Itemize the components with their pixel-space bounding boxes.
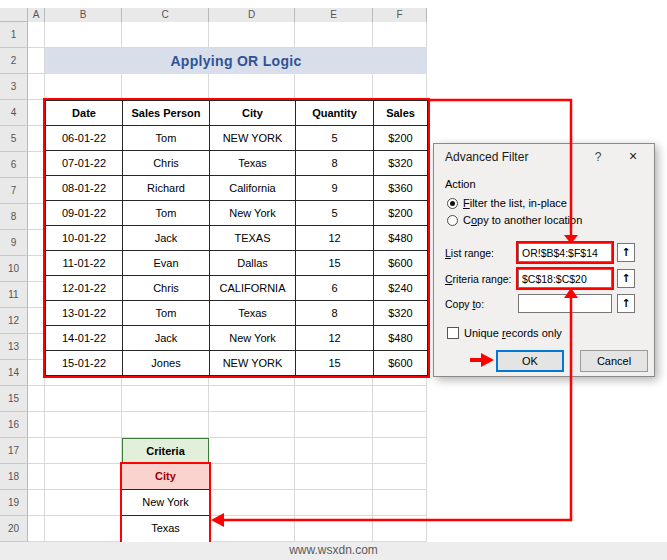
table-header-cell[interactable]: Quantity	[296, 101, 374, 126]
row-header-4[interactable]: 4	[0, 100, 28, 126]
criteria-range-collapse-button[interactable]: ↑	[617, 269, 635, 288]
table-cell[interactable]: Tom	[123, 126, 210, 151]
table-cell[interactable]: NEW YORK	[210, 126, 296, 151]
table-cell[interactable]: 10-01-22	[46, 226, 123, 251]
ok-button[interactable]: OK	[496, 350, 564, 372]
table-cell[interactable]: $320	[374, 151, 428, 176]
row-header-13[interactable]: 13	[0, 334, 28, 360]
radio-copy-to-location-label[interactable]: Copy to another location	[463, 214, 582, 226]
column-header-c[interactable]: C	[122, 8, 209, 22]
list-range-collapse-button[interactable]: ↑	[617, 243, 635, 262]
table-cell[interactable]: 5	[296, 126, 374, 151]
table-cell[interactable]: 8	[296, 301, 374, 326]
unique-records-checkbox[interactable]	[447, 327, 459, 339]
table-cell[interactable]: 6	[296, 276, 374, 301]
table-cell[interactable]: Jack	[123, 326, 210, 351]
column-header-d[interactable]: D	[209, 8, 295, 22]
title-cell[interactable]: Applying OR Logic	[45, 48, 427, 74]
row-header-12[interactable]: 12	[0, 308, 28, 334]
table-cell[interactable]: 09-01-22	[46, 201, 123, 226]
select-all-corner[interactable]	[0, 8, 28, 22]
table-cell[interactable]: $600	[374, 351, 428, 376]
row-header-11[interactable]: 11	[0, 282, 28, 308]
column-header-f[interactable]: F	[373, 8, 427, 22]
table-cell[interactable]: 12-01-22	[46, 276, 123, 301]
criteria-range-input[interactable]	[518, 269, 612, 288]
row-header-17[interactable]: 17	[0, 438, 28, 464]
column-header-a[interactable]: A	[28, 8, 45, 22]
row-header-19[interactable]: 19	[0, 490, 28, 516]
row-header-16[interactable]: 16	[0, 412, 28, 438]
close-icon[interactable]: ×	[622, 144, 644, 170]
table-cell[interactable]: Chris	[123, 151, 210, 176]
row-header-1[interactable]: 1	[0, 22, 28, 48]
table-cell[interactable]: 14-01-22	[46, 326, 123, 351]
radio-filter-in-place-label[interactable]: Filter the list, in-place	[463, 197, 567, 209]
criteria-title-cell[interactable]: Criteria	[122, 438, 209, 464]
table-cell[interactable]: 12	[296, 326, 374, 351]
radio-unselected-icon[interactable]	[447, 215, 458, 226]
table-cell[interactable]: 11-01-22	[46, 251, 123, 276]
table-cell[interactable]: $480	[374, 326, 428, 351]
table-cell[interactable]: Chris	[123, 276, 210, 301]
row-header-15[interactable]: 15	[0, 386, 28, 412]
row-header-8[interactable]: 8	[0, 204, 28, 230]
table-cell[interactable]: Dallas	[210, 251, 296, 276]
table-cell[interactable]: $600	[374, 251, 428, 276]
table-header-cell[interactable]: Sales Person	[123, 101, 210, 126]
table-cell[interactable]: Richard	[123, 176, 210, 201]
table-cell[interactable]: 5	[296, 201, 374, 226]
table-cell[interactable]: $360	[374, 176, 428, 201]
table-cell[interactable]: NEW YORK	[210, 351, 296, 376]
table-cell[interactable]: 06-01-22	[46, 126, 123, 151]
row-header-10[interactable]: 10	[0, 256, 28, 282]
row-header-3[interactable]: 3	[0, 74, 28, 100]
table-cell[interactable]: 13-01-22	[46, 301, 123, 326]
table-cell[interactable]: $240	[374, 276, 428, 301]
table-cell[interactable]: Tom	[123, 301, 210, 326]
row-header-5[interactable]: 5	[0, 126, 28, 152]
table-cell[interactable]: Texas	[210, 151, 296, 176]
table-cell[interactable]: 8	[296, 151, 374, 176]
table-cell[interactable]: 15	[296, 251, 374, 276]
table-cell[interactable]: 15-01-22	[46, 351, 123, 376]
table-cell[interactable]: 12	[296, 226, 374, 251]
table-cell[interactable]: California	[210, 176, 296, 201]
row-header-2[interactable]: 2	[0, 48, 28, 74]
column-header-e[interactable]: E	[295, 8, 373, 22]
cancel-button[interactable]: Cancel	[580, 350, 648, 372]
list-range-input[interactable]	[518, 243, 612, 262]
row-header-18[interactable]: 18	[0, 464, 28, 490]
table-header-cell[interactable]: Date	[46, 101, 123, 126]
copy-to-input[interactable]	[518, 294, 612, 313]
row-header-14[interactable]: 14	[0, 360, 28, 386]
table-header-cell[interactable]: Sales	[374, 101, 428, 126]
table-cell[interactable]: $200	[374, 126, 428, 151]
table-cell[interactable]: 07-01-22	[46, 151, 123, 176]
table-cell[interactable]: $480	[374, 226, 428, 251]
unique-records-label[interactable]: Unique records only	[464, 327, 562, 339]
criteria-header-cell[interactable]: City	[122, 464, 209, 490]
help-icon[interactable]: ?	[588, 144, 608, 170]
table-cell[interactable]: $200	[374, 201, 428, 226]
table-cell[interactable]: Tom	[123, 201, 210, 226]
criteria-value-cell[interactable]: New York	[122, 490, 209, 516]
row-header-9[interactable]: 9	[0, 230, 28, 256]
criteria-value-cell[interactable]: Texas	[122, 516, 209, 542]
copy-to-collapse-button[interactable]: ↑	[617, 294, 635, 313]
table-cell[interactable]: TEXAS	[210, 226, 296, 251]
table-cell[interactable]: Jack	[123, 226, 210, 251]
table-cell[interactable]: New York	[210, 201, 296, 226]
table-cell[interactable]: Texas	[210, 301, 296, 326]
table-cell[interactable]: New York	[210, 326, 296, 351]
table-cell[interactable]: CALIFORNIA	[210, 276, 296, 301]
table-cell[interactable]: 9	[296, 176, 374, 201]
row-header-20[interactable]: 20	[0, 516, 28, 542]
table-cell[interactable]: Evan	[123, 251, 210, 276]
table-cell[interactable]: 08-01-22	[46, 176, 123, 201]
table-cell[interactable]: 15	[296, 351, 374, 376]
row-header-7[interactable]: 7	[0, 178, 28, 204]
table-header-cell[interactable]: City	[210, 101, 296, 126]
column-header-b[interactable]: B	[45, 8, 122, 22]
dialog-titlebar[interactable]: Advanced Filter ? ×	[434, 144, 654, 170]
